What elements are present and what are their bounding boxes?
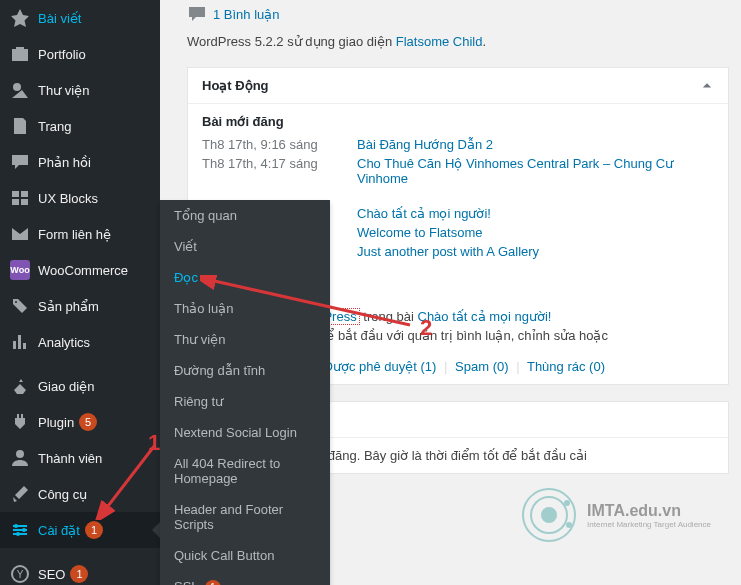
post-row: Th8 17th, 4:17 sáng Cho Thuê Căn Hộ Vinh… [202,156,714,186]
watermark: IMTA.edu.vn Internet Marketing Target Au… [519,485,711,545]
settings-submenu: Tổng quan Viết Đọc Thảo luận Thư viện Đư… [160,200,330,585]
submenu-headerfooter[interactable]: Header and Footer Scripts [160,494,330,540]
comment-icon [10,152,30,172]
sidebar-item-label: WooCommerce [38,263,128,278]
post-link[interactable]: Chào tất cả mọi người! [357,206,491,221]
annotation-label-2: 2 [420,315,432,341]
sidebar-item-label: Plugin [38,415,74,430]
collapse-icon [700,79,714,93]
envelope-icon [10,224,30,244]
sidebar-item-label: Công cụ [38,487,87,502]
status-trash[interactable]: Thùng rác (0) [527,359,605,374]
post-link[interactable]: Welcome to Flatsome [357,225,482,240]
seo-icon: Y [10,564,30,584]
activity-header[interactable]: Hoạt Động [188,68,728,104]
svg-point-1 [15,301,17,303]
analytics-icon [10,332,30,352]
plugin-badge: 5 [79,413,97,431]
submenu-404redirect[interactable]: All 404 Redirect to Homepage [160,448,330,494]
sidebar-item-appearance[interactable]: Giao diện [0,368,160,404]
status-approved[interactable]: Được phê duyệt (1) [324,359,437,374]
sidebar-item-analytics[interactable]: Analytics [0,324,160,360]
post-row: Th8 17th, 9:16 sáng Bài Đăng Hướng Dẫn 2 [202,137,714,152]
sidebar-item-plugins[interactable]: Plugin 5 [0,404,160,440]
svg-point-0 [13,83,21,91]
plugin-icon [10,412,30,432]
sidebar-item-contact[interactable]: Form liên hệ [0,216,160,252]
comment-bubble-icon [187,4,207,24]
status-spam[interactable]: Spam (0) [455,359,508,374]
sidebar-item-label: UX Blocks [38,191,98,206]
post-link[interactable]: Bài Đăng Hướng Dẫn 2 [357,137,493,152]
sidebar-item-label: Giao diện [38,379,94,394]
blocks-icon [10,188,30,208]
portfolio-icon [10,44,30,64]
product-icon [10,296,30,316]
recent-posts-title: Bài mới đăng [202,114,714,129]
svg-text:Y: Y [17,569,24,580]
submenu-general[interactable]: Tổng quan [160,200,330,231]
sidebar-item-settings[interactable]: Cài đặt 1 [0,512,160,548]
submenu-media[interactable]: Thư viện [160,324,330,355]
tools-icon [10,484,30,504]
ssl-badge: 1 [205,580,221,586]
comment-count-row: 1 Bình luận [187,4,729,24]
appearance-icon [10,376,30,396]
submenu-privacy[interactable]: Riêng tư [160,386,330,417]
sidebar-item-tools[interactable]: Công cụ [0,476,160,512]
submenu-reading[interactable]: Đọc [160,262,330,293]
sidebar-item-label: Sản phẩm [38,299,99,314]
page-icon [10,116,30,136]
svg-point-3 [14,524,18,528]
users-icon [10,448,30,468]
sidebar-item-uxblocks[interactable]: UX Blocks [0,180,160,216]
submenu-ssl[interactable]: SSL 1 [160,571,330,585]
sidebar-item-woocommerce[interactable]: Woo WooCommerce [0,252,160,288]
sidebar-item-label: Bài viết [38,11,81,26]
submenu-nextend[interactable]: Nextend Social Login [160,417,330,448]
pin-icon [10,8,30,28]
sidebar-item-label: Thành viên [38,451,102,466]
svg-point-12 [541,507,557,523]
post-date: Th8 17th, 4:17 sáng [202,156,357,186]
sidebar-item-label: Portfolio [38,47,86,62]
svg-point-4 [22,528,26,532]
sidebar-item-products[interactable]: Sản phẩm [0,288,160,324]
seo-badge: 1 [70,565,88,583]
sidebar-item-label: Phản hồi [38,155,91,170]
sidebar-item-portfolio[interactable]: Portfolio [0,36,160,72]
comment-count-link[interactable]: 1 Bình luận [213,7,280,22]
theme-info: WordPress 5.2.2 sử dụng giao diện Flatso… [187,34,729,49]
post-link[interactable]: Cho Thuê Căn Hộ Vinhomes Central Park – … [357,156,714,186]
sidebar-item-label: Analytics [38,335,90,350]
admin-sidebar: Bài viết Portfolio Thư viện Trang Phản h… [0,0,160,585]
sidebar-item-label: Cài đặt [38,523,80,538]
sidebar-item-pages[interactable]: Trang [0,108,160,144]
svg-point-5 [16,532,20,536]
svg-point-14 [566,522,572,528]
woo-icon: Woo [10,260,30,280]
media-icon [10,80,30,100]
post-link[interactable]: Just another post with A Gallery [357,244,539,259]
sidebar-item-media[interactable]: Thư viện [0,72,160,108]
sidebar-item-label: SEO [38,567,65,582]
submenu-writing[interactable]: Viết [160,231,330,262]
settings-badge: 1 [85,521,103,539]
sidebar-item-label: Trang [38,119,71,134]
svg-point-13 [564,500,570,506]
sidebar-item-posts[interactable]: Bài viết [0,0,160,36]
settings-icon [10,520,30,540]
sidebar-item-label: Form liên hệ [38,227,111,242]
submenu-permalinks[interactable]: Đường dẫn tĩnh [160,355,330,386]
sidebar-item-users[interactable]: Thành viên [0,440,160,476]
sidebar-item-comments[interactable]: Phản hồi [0,144,160,180]
submenu-discussion[interactable]: Thảo luận [160,293,330,324]
theme-link[interactable]: Flatsome Child [396,34,483,49]
annotation-label-1: 1 [148,430,160,456]
commented-post-link[interactable]: Chào tất cả mọi người! [418,309,552,324]
post-date: Th8 17th, 9:16 sáng [202,137,357,152]
sidebar-item-seo[interactable]: Y SEO 1 [0,556,160,585]
submenu-quickcall[interactable]: Quick Call Button [160,540,330,571]
sidebar-item-label: Thư viện [38,83,89,98]
svg-point-2 [16,450,24,458]
